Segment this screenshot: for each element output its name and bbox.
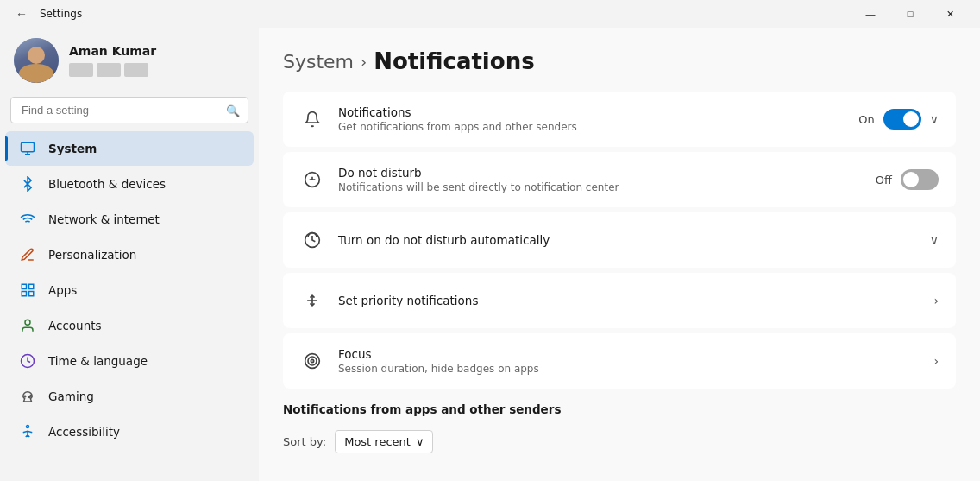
user-dots (69, 63, 156, 77)
maximize-button[interactable]: □ (890, 0, 930, 28)
svg-rect-4 (22, 284, 26, 288)
sidebar-item-bluetooth[interactable]: Bluetooth & devices (5, 167, 254, 201)
gaming-icon (19, 388, 36, 405)
accessibility-icon (19, 423, 36, 440)
main-content: System › Notifications Notifications Get… (259, 28, 980, 481)
row-text-priority-notifications: Set priority notifications (338, 294, 920, 307)
row-icon-focus (300, 349, 324, 373)
sidebar-item-label-accessibility: Accessibility (48, 425, 120, 439)
breadcrumb-system[interactable]: System (283, 51, 354, 73)
toggle-notifications[interactable] (883, 109, 921, 130)
settings-row-notifications[interactable]: Notifications Get notifications from app… (283, 92, 956, 147)
settings-row-priority-notifications[interactable]: Set priority notifications › (283, 273, 956, 328)
system-icon (19, 140, 36, 157)
sidebar-item-time[interactable]: Time & language (5, 344, 254, 378)
chevron-icon-turn-on-dnd: ∨ (930, 233, 939, 247)
nav-list: System Bluetooth & devices Network & int… (0, 130, 259, 450)
sidebar-item-label-bluetooth: Bluetooth & devices (48, 177, 166, 191)
app-title: Settings (40, 8, 82, 20)
row-right-turn-on-dnd: ∨ (930, 233, 939, 247)
svg-point-22 (311, 359, 313, 362)
user-dot-3 (124, 63, 148, 77)
svg-rect-6 (29, 292, 34, 296)
search-input[interactable] (10, 97, 248, 123)
svg-point-14 (27, 426, 29, 428)
row-text-turn-on-dnd: Turn on do not disturb automatically (338, 233, 916, 247)
settings-row-turn-on-dnd[interactable]: Turn on do not disturb automatically ∨ (283, 212, 956, 268)
row-right-priority-notifications: › (933, 294, 939, 307)
breadcrumb: System › Notifications (283, 48, 956, 74)
sidebar-item-apps[interactable]: Apps (5, 273, 254, 307)
settings-row-focus[interactable]: Focus Session duration, hide badges on a… (283, 333, 956, 389)
row-text-notifications: Notifications Get notifications from app… (338, 105, 845, 133)
toggle-do-not-disturb[interactable] (901, 169, 939, 190)
priority-card: Set priority notifications › (283, 273, 956, 328)
row-title-notifications: Notifications (338, 105, 845, 119)
chevron-icon-notifications: ∨ (930, 112, 939, 126)
toggle-label-do-not-disturb: Off (876, 174, 892, 187)
sidebar-item-personalization[interactable]: Personalization (5, 237, 254, 272)
toggle-label-notifications: On (858, 113, 874, 126)
personalization-icon (19, 246, 36, 263)
svg-point-13 (29, 396, 31, 398)
apps-icon (19, 282, 36, 299)
user-dot-2 (97, 63, 121, 77)
settings-row-do-not-disturb[interactable]: Do not disturb Notifications will be sen… (283, 152, 956, 207)
sidebar: Aman Kumar 🔍 System Bluetooth & devices … (0, 28, 259, 481)
section-from-apps-heading: Notifications from apps and other sender… (283, 402, 956, 416)
sort-label: Sort by: (283, 435, 326, 448)
focus-card: Focus Session duration, hide badges on a… (283, 333, 956, 389)
sidebar-item-gaming[interactable]: Gaming (5, 379, 254, 414)
chevron-icon-focus: › (933, 354, 939, 368)
dnd-card: Do not disturb Notifications will be sen… (283, 152, 956, 207)
row-title-priority-notifications: Set priority notifications (338, 294, 920, 307)
sidebar-item-network[interactable]: Network & internet (5, 202, 254, 237)
row-icon-turn-on-dnd (300, 228, 324, 252)
svg-point-20 (305, 354, 320, 369)
sidebar-item-label-apps: Apps (48, 283, 77, 297)
sidebar-item-label-personalization: Personalization (48, 248, 136, 262)
row-subtitle-notifications: Get notifications from apps and other se… (338, 121, 845, 133)
svg-rect-0 (22, 142, 35, 152)
row-right-focus: › (933, 354, 939, 368)
breadcrumb-separator: › (361, 53, 367, 71)
sort-select[interactable]: Most recent ∨ (335, 430, 433, 453)
close-button[interactable]: ✕ (930, 0, 970, 28)
bluetooth-icon (19, 175, 36, 193)
sidebar-item-label-time: Time & language (48, 354, 148, 368)
window-controls: — □ ✕ (851, 0, 970, 28)
row-icon-do-not-disturb (300, 168, 324, 192)
svg-point-21 (308, 357, 317, 365)
row-subtitle-focus: Session duration, hide badges on apps (338, 363, 920, 375)
breadcrumb-current: Notifications (374, 48, 534, 74)
row-right-do-not-disturb: Off (876, 169, 939, 190)
row-icon-notifications (300, 107, 324, 131)
network-icon (19, 211, 36, 228)
sort-value: Most recent (344, 435, 411, 448)
user-name: Aman Kumar (69, 44, 156, 58)
chevron-icon-priority-notifications: › (933, 294, 939, 307)
user-dot-1 (69, 63, 93, 77)
sidebar-item-label-gaming: Gaming (48, 389, 94, 403)
svg-rect-5 (29, 284, 34, 288)
row-title-do-not-disturb: Do not disturb (338, 166, 862, 180)
sidebar-item-accessibility[interactable]: Accessibility (5, 415, 254, 449)
svg-rect-7 (22, 292, 26, 296)
sidebar-item-accounts[interactable]: Accounts (5, 308, 254, 343)
notifications-card: Notifications Get notifications from app… (283, 92, 956, 147)
minimize-button[interactable]: — (851, 0, 890, 28)
row-subtitle-do-not-disturb: Notifications will be sent directly to n… (338, 181, 862, 193)
sidebar-item-system[interactable]: System (5, 131, 254, 166)
row-title-focus: Focus (338, 347, 920, 361)
row-text-do-not-disturb: Do not disturb Notifications will be sen… (338, 166, 862, 193)
auto-dnd-card: Turn on do not disturb automatically ∨ (283, 212, 956, 268)
back-button[interactable]: ← (10, 5, 33, 22)
svg-point-8 (25, 320, 30, 325)
sidebar-item-label-system: System (48, 142, 97, 155)
user-profile[interactable]: Aman Kumar (0, 28, 259, 97)
app-body: Aman Kumar 🔍 System Bluetooth & devices … (0, 28, 980, 481)
accounts-icon (19, 317, 36, 334)
search-icon: 🔍 (226, 104, 240, 117)
user-info: Aman Kumar (69, 44, 156, 77)
sidebar-item-label-network: Network & internet (48, 212, 160, 226)
